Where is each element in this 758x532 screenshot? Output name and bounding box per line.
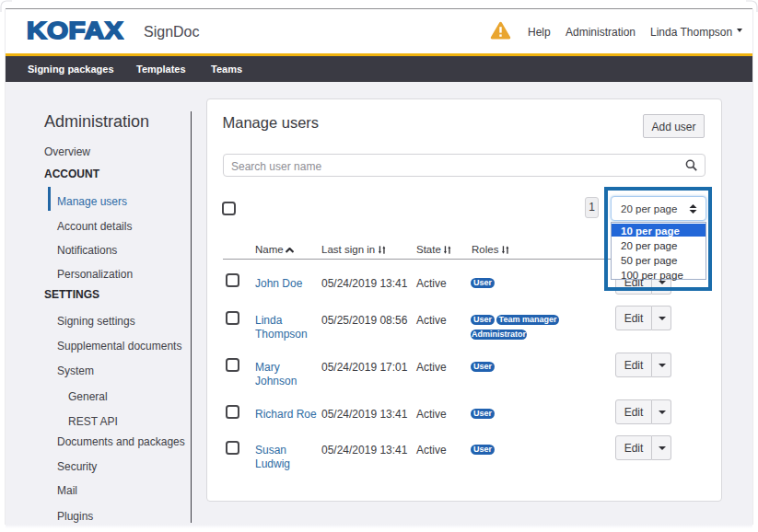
svg-text:KOFAX: KOFAX (27, 21, 123, 40)
